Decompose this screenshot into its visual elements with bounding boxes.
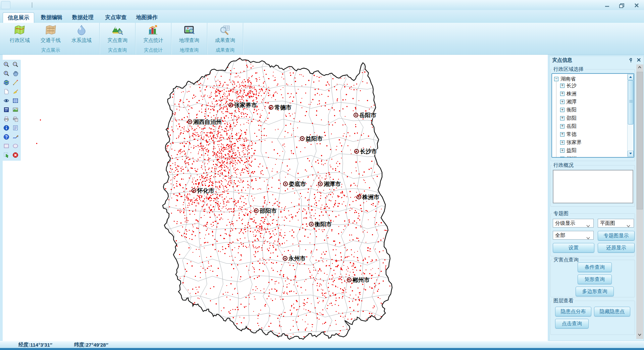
ribbon-button-region-map[interactable]: 行政区域 [5,23,34,46]
province-map[interactable]: 张家界市常德市岳阳市湘西自治州益阳市长沙市娄底市湘潭市怀化市株洲市邵阳市衡阳市永… [3,55,548,341]
legend-window-tool[interactable] [2,106,11,115]
blank-page-icon [3,88,10,96]
reset-display-button[interactable]: 还原显示 [598,243,635,253]
brush-tool[interactable] [11,88,20,97]
grid-table-tool[interactable] [11,97,20,106]
scrollbar-thumb[interactable] [637,72,643,209]
measure-pin-tool[interactable] [11,79,20,88]
ribbon-group-4: 地理查询地理查询 [171,23,207,54]
tree-item-4[interactable]: +衡阳 [560,106,577,114]
thematic-show-button[interactable]: 专题图显示 [598,231,635,241]
city-label: 湘西自治州 [188,119,222,125]
expand-icon[interactable]: + [560,157,565,158]
tree-item-7[interactable]: +常德 [560,131,577,138]
tree-item-5[interactable]: +邵阳 [560,114,577,122]
tree-item-root[interactable]: −湖南省 [554,75,576,83]
tree-scroll-up-icon[interactable] [628,74,634,80]
plane-map-select[interactable]: 平面图 [598,219,634,228]
ellipse-select-tool[interactable] [11,142,20,151]
overview-textbox[interactable] [553,170,633,203]
eye-icon [3,97,10,105]
tree-scrollbar[interactable] [627,74,634,157]
expand-icon[interactable]: + [560,148,565,153]
panel-scrollbar[interactable] [636,64,643,339]
zoom-range-tool[interactable] [2,69,11,79]
close-button[interactable] [632,2,641,9]
expand-icon[interactable]: + [560,116,565,120]
document-icon [12,124,19,133]
tree-item-9[interactable]: +益阳 [560,147,577,154]
scope-select[interactable]: 全部 [553,231,594,240]
hide-hazard-button[interactable]: 隐藏隐患点 [594,307,630,316]
map-image-tool[interactable] [11,106,20,115]
globe-icon [3,79,10,87]
zoom-in-tool[interactable] [2,60,11,69]
ribbon-button-traffic-map[interactable]: 交通干线 [36,23,65,46]
tree-item-label: 郴州 [567,156,577,158]
hazard-distribution-button[interactable]: 隐患点分布 [555,307,591,316]
rectangle-query-button[interactable]: 矩形查询 [578,274,612,284]
eye-tool[interactable] [2,97,11,106]
blank-page-tool[interactable] [2,88,11,97]
restore-button[interactable] [617,2,627,9]
map-canvas[interactable]: 张家界市常德市岳阳市湘西自治州益阳市长沙市娄底市湘潭市怀化市株洲市邵阳市衡阳市永… [3,55,548,341]
minimize-button[interactable] [602,2,612,9]
layer-view-legend: 图层查看 [552,298,575,304]
ribbon-button-mountain-search[interactable]: 灾点查询 [103,23,132,46]
expand-icon[interactable]: + [560,84,565,88]
ribbon-button-label: 交通干线 [41,37,61,44]
quick-access-toolbar[interactable] [1,1,10,9]
tab-2[interactable]: 数据编辑 [36,12,67,22]
globe-tool[interactable] [2,79,11,88]
scroll-down-icon[interactable] [637,332,642,338]
document-tool[interactable] [11,124,20,133]
delete-tool[interactable] [11,151,20,160]
tab-4[interactable]: 灾点审查 [100,12,131,22]
help-tool[interactable] [2,133,11,142]
print-preview-tool[interactable] [11,115,20,124]
tree-item-8[interactable]: +张家界 [560,139,582,146]
tree-item-label: 常德 [567,131,577,138]
panel-close-icon[interactable] [637,58,641,64]
pin-icon[interactable] [628,58,633,64]
tree-item-10[interactable]: +郴州 [560,155,577,158]
freehand-draw-tool[interactable] [11,133,20,142]
pan-hand-tool[interactable] [11,69,20,79]
classification-select[interactable]: 分级显示 [553,219,594,228]
expand-icon[interactable]: + [560,132,565,137]
condition-query-button[interactable]: 条件查询 [578,262,612,272]
click-query-button[interactable]: 点击查询 [555,319,589,329]
expand-icon[interactable]: + [560,108,565,112]
zoom-out-icon [12,61,19,69]
printer-tool[interactable] [2,115,11,124]
expand-icon[interactable]: + [560,140,565,145]
tree-item-label: 益阳 [567,147,577,154]
collapse-icon[interactable]: − [554,77,558,81]
tab-3[interactable]: 数据处理 [67,12,98,22]
region-map-icon [14,23,26,37]
tab-5[interactable]: 地图操作 [131,12,162,22]
ribbon-button-result-search[interactable]: 成果查询 [211,23,239,46]
polygon-query-button[interactable]: 多边形查询 [576,287,614,296]
rectangle-select-tool[interactable] [2,142,11,151]
tab-1[interactable]: 信息展示 [3,12,34,23]
tree-item-1[interactable]: +长沙 [560,82,577,89]
ribbon-button-water-drop[interactable]: 水系流域 [67,23,96,46]
svg-text:衡阳市: 衡阳市 [314,221,332,228]
settings-button[interactable]: 设置 [553,243,594,253]
tree-scrollbar-thumb[interactable] [628,80,633,124]
ribbon-button-map-search[interactable]: 地理查询 [175,23,204,46]
expand-icon[interactable]: + [560,100,565,104]
tree-item-6[interactable]: +岳阳 [560,122,577,130]
scroll-up-icon[interactable] [637,65,642,71]
expand-icon[interactable]: + [560,92,565,96]
info-tool[interactable] [2,124,11,133]
ribbon-group-caption: 成果查询 [207,47,243,53]
tree-item-2[interactable]: +株洲 [560,90,577,97]
expand-icon[interactable]: + [560,124,565,129]
pointer-select-tool[interactable] [2,151,11,160]
tree-scroll-down-icon[interactable] [628,151,634,157]
ribbon-button-bar-chart[interactable]: 灾点统计 [139,23,168,46]
tree-item-3[interactable]: +湘潭 [560,98,577,106]
zoom-out-tool[interactable] [11,60,20,69]
